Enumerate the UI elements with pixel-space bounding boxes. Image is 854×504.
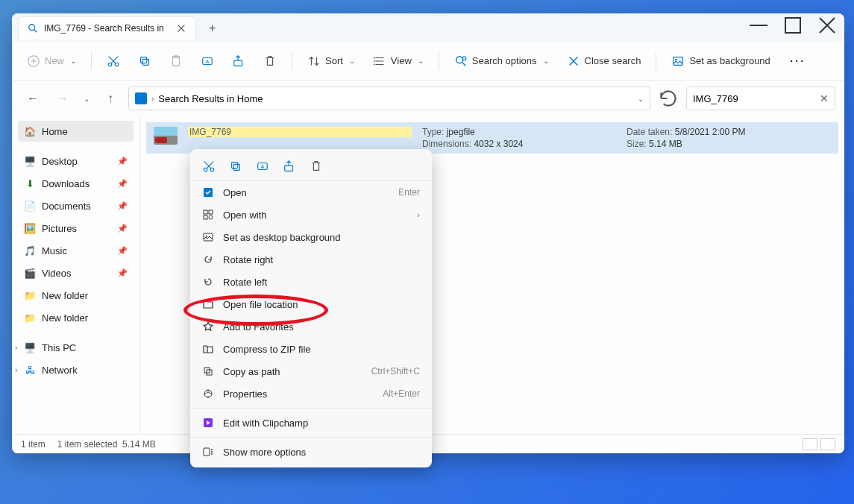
svg-point-35: [204, 168, 207, 171]
ctx-clipchamp[interactable]: Edit with Clipchamp: [190, 412, 432, 434]
ctx-more-options[interactable]: Show more options: [190, 441, 432, 463]
pictures-icon: 🖼️: [24, 222, 36, 234]
ctx-open[interactable]: OpenEnter: [190, 181, 432, 204]
maximize-button[interactable]: [776, 13, 810, 37]
ctx-open-with[interactable]: Open with›: [190, 204, 432, 226]
copy-button[interactable]: [132, 50, 157, 72]
expand-icon[interactable]: ›: [15, 344, 17, 352]
active-tab[interactable]: IMG_7769 - Search Results in: [18, 16, 196, 40]
svg-point-57: [211, 451, 213, 453]
search-value: IMG_7769: [693, 93, 738, 104]
clear-search-icon[interactable]: ✕: [820, 92, 829, 104]
status-selected: 1 item selected: [57, 439, 118, 450]
address-bar[interactable]: › Search Results in Home ⌄: [128, 86, 650, 110]
svg-point-25: [374, 57, 375, 58]
minimize-button[interactable]: [741, 13, 776, 37]
thumbnails-view-toggle[interactable]: [820, 438, 835, 450]
location-icon: [135, 92, 147, 104]
desktop-icon: 🖥️: [24, 155, 36, 167]
view-button[interactable]: View⌄: [367, 50, 430, 72]
network-icon: 🖧: [24, 364, 36, 376]
sidebar-thispc[interactable]: ›🖥️This PC: [18, 337, 134, 358]
properties-icon: [202, 388, 214, 400]
rotate-right-icon: [202, 253, 214, 265]
sidebar-network[interactable]: ›🖧Network: [18, 359, 134, 380]
up-button[interactable]: ↑: [98, 86, 122, 110]
zip-icon: [202, 343, 214, 355]
details-view-toggle[interactable]: [803, 438, 817, 450]
sidebar-videos[interactable]: 🎬Videos📌: [18, 262, 134, 283]
ctx-open-location[interactable]: Open file location: [190, 293, 432, 315]
new-tab-button[interactable]: +: [201, 16, 225, 40]
paste-button[interactable]: [163, 50, 189, 72]
sidebar-newfolder2[interactable]: 📁New folder: [18, 307, 134, 328]
recent-chevron[interactable]: ⌄: [81, 86, 92, 110]
close-search-label: Close search: [585, 55, 641, 66]
open-with-icon: [202, 209, 214, 221]
ctx-compress[interactable]: Compress to ZIP file: [190, 338, 432, 360]
svg-point-58: [211, 453, 213, 455]
search-input[interactable]: IMG_7769 ✕: [686, 86, 835, 110]
close-window-button[interactable]: [810, 13, 844, 37]
search-options-button[interactable]: Search options⌄: [448, 50, 555, 72]
result-filename: IMG_7769: [188, 127, 412, 137]
forward-button[interactable]: →: [51, 86, 75, 110]
copy-icon[interactable]: [229, 160, 242, 173]
svg-point-36: [210, 168, 214, 171]
close-tab-icon[interactable]: [176, 23, 186, 34]
sort-button[interactable]: Sort⌄: [301, 50, 361, 72]
folder-open-icon: [202, 298, 214, 310]
videos-icon: 🎬: [24, 267, 36, 279]
sort-label: Sort: [325, 55, 343, 66]
svg-rect-49: [204, 233, 213, 241]
pin-icon: 📌: [117, 246, 128, 256]
svg-point-56: [211, 449, 213, 450]
chevron-right-icon: ›: [417, 210, 420, 219]
delete-icon[interactable]: [310, 160, 323, 173]
close-search-button[interactable]: Close search: [561, 50, 647, 72]
share-icon[interactable]: [283, 160, 296, 173]
sidebar-newfolder1[interactable]: 📁New folder: [18, 285, 134, 306]
sidebar-desktop[interactable]: 🖥️Desktop📌: [18, 151, 134, 171]
svg-text:A: A: [261, 163, 265, 170]
sidebar-music[interactable]: 🎵Music📌: [18, 240, 134, 261]
search-icon: [28, 23, 38, 34]
rename-button[interactable]: A: [195, 50, 220, 72]
breadcrumb: Search Results in Home: [158, 93, 263, 104]
ctx-properties[interactable]: PropertiesAlt+Enter: [190, 382, 432, 405]
sidebar-home[interactable]: 🏠Home: [18, 121, 134, 142]
svg-point-34: [675, 58, 677, 60]
nav-sidebar: 🏠Home 🖥️Desktop📌 ⬇Downloads📌 📄Documents📌…: [12, 116, 140, 434]
sidebar-downloads[interactable]: ⬇Downloads📌: [18, 173, 134, 194]
chevron-down-icon[interactable]: ⌄: [638, 95, 644, 103]
new-button[interactable]: New ⌄: [21, 50, 82, 72]
svg-rect-40: [233, 164, 239, 170]
ctx-favorites[interactable]: Add to Favorites: [190, 315, 432, 338]
cut-icon[interactable]: [202, 160, 216, 173]
svg-rect-21: [234, 60, 242, 66]
sidebar-pictures[interactable]: 🖼️Pictures📌: [18, 218, 134, 239]
back-button[interactable]: ←: [21, 86, 45, 110]
cut-button[interactable]: [101, 50, 126, 72]
ctx-rotate-right[interactable]: Rotate right: [190, 248, 432, 271]
ctx-rotate-left[interactable]: Rotate left: [190, 271, 432, 293]
share-button[interactable]: [226, 50, 251, 72]
svg-point-26: [374, 60, 375, 62]
refresh-button[interactable]: [656, 86, 680, 110]
svg-line-1: [34, 30, 37, 33]
star-icon: [202, 321, 214, 333]
ctx-set-bg[interactable]: Set as desktop background: [190, 226, 432, 248]
downloads-icon: ⬇: [24, 177, 36, 189]
svg-rect-55: [204, 448, 210, 456]
overflow-button[interactable]: ···: [782, 53, 813, 69]
wallpaper-icon: [202, 231, 214, 243]
clipchamp-icon: [202, 417, 214, 429]
copy-icon: [138, 54, 151, 68]
expand-icon[interactable]: ›: [15, 366, 17, 374]
sidebar-documents[interactable]: 📄Documents📌: [18, 195, 134, 216]
delete-button[interactable]: [257, 50, 283, 72]
view-toggles: [803, 438, 835, 450]
rename-icon[interactable]: A: [256, 160, 269, 173]
set-background-button[interactable]: Set as background: [665, 50, 776, 72]
ctx-copy-path[interactable]: Copy as pathCtrl+Shift+C: [190, 360, 432, 382]
